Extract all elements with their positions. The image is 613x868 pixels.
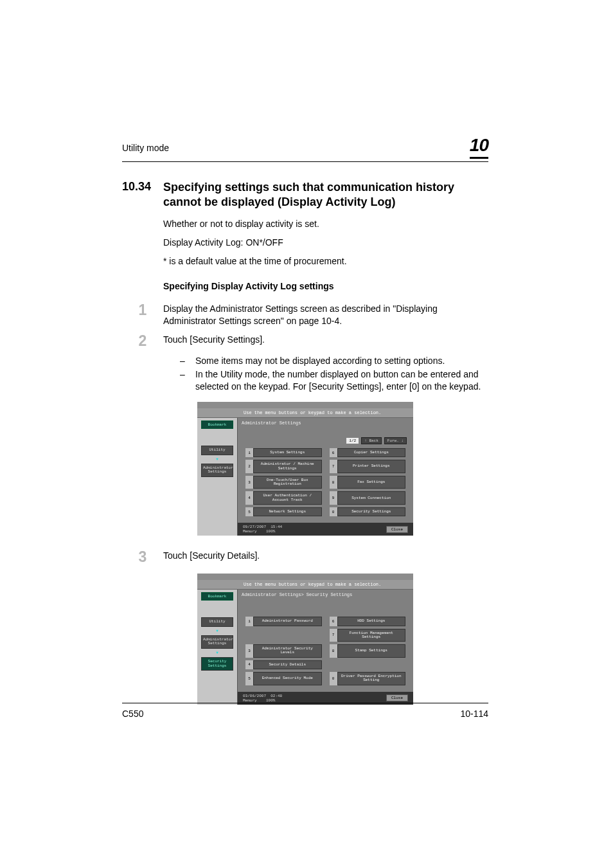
breadcrumb: Administrator Settings> Security Setting… (238, 590, 413, 615)
menu-item[interactable]: 6Copier Settings (330, 448, 406, 457)
intro-p2: Display Activity Log: ON*/OFF (163, 237, 488, 249)
menu-item[interactable]: 1Administrator Password (245, 617, 322, 626)
screenshot-1: Use the menu buttons or keypad to make a… (122, 402, 488, 536)
page-indicator: 1/2 (346, 438, 359, 444)
intro-p3: * is a default value at the time of proc… (163, 255, 488, 267)
heading-title: Specifying settings such that communicat… (163, 180, 488, 210)
step-2-bullet: – In the Utility mode, the number displa… (180, 368, 488, 393)
back-button[interactable]: ↑ Back (361, 437, 382, 444)
timestamp: 09/27/2007 15:44 Memory 100% (243, 525, 282, 534)
intro-p1: Whether or not to display activity is se… (163, 218, 488, 230)
close-button[interactable]: Close (386, 526, 408, 533)
forward-button[interactable]: Forw. ↓ (384, 437, 407, 444)
step-text: Touch [Security Details]. (163, 550, 488, 565)
menu-item[interactable]: 0Driver Password Encryption Setting (330, 672, 406, 685)
page-footer: C550 10-114 (122, 703, 488, 719)
sidebar-admin-settings[interactable]: Administrator Settings (201, 464, 233, 477)
menu-item[interactable]: 7Printer Settings (330, 460, 406, 473)
menu-item[interactable]: 5Network Settings (245, 507, 322, 516)
sidebar-utility[interactable]: Utility (201, 446, 233, 455)
step-1: 1 Display the Administrator Settings scr… (122, 303, 488, 327)
menu-item[interactable]: 4User Authentication / Account Track (245, 491, 322, 505)
step-number: 2 (122, 334, 163, 348)
step-text: Display the Administrator Settings scree… (163, 303, 488, 327)
section-name: Utility mode (122, 143, 169, 153)
screen-instruction: Use the menu buttons or keypad to make a… (197, 580, 413, 590)
sub-heading: Specifying Display Activity Log settings (163, 281, 488, 291)
close-button[interactable]: Close (386, 694, 408, 701)
menu-item[interactable]: 2Administrator / Machine Settings (245, 460, 322, 473)
chapter-number: 10 (470, 135, 488, 159)
sidebar-utility[interactable]: Utility (201, 617, 233, 627)
sidebar-admin-settings[interactable]: Administrator Settings (201, 635, 233, 649)
chevron-down-icon: ▼ (216, 651, 218, 655)
menu-item[interactable]: 8Stamp Settings (330, 644, 406, 658)
step-number: 1 (122, 303, 163, 327)
timestamp: 03/06/2007 02:48 Memory 100% (243, 694, 282, 703)
screenshot-2: Use the menu buttons or keypad to make a… (122, 574, 488, 704)
menu-item[interactable]: 3Administrator Security Levels (245, 644, 322, 658)
page-header: Utility mode 10 (122, 135, 488, 162)
menu-item[interactable]: 7Function Management Settings (330, 629, 406, 642)
bookmark-button[interactable]: Bookmark (201, 420, 233, 429)
bullet-text: Some items may not be displayed accordin… (195, 355, 445, 367)
heading-2: 10.34 Specifying settings such that comm… (122, 180, 488, 210)
menu-item[interactable]: 0Security Settings (330, 507, 406, 516)
menu-item[interactable]: 4Security Details (245, 660, 322, 669)
menu-item[interactable]: 1System Settings (245, 448, 322, 457)
chevron-down-icon: ▼ (216, 629, 218, 633)
sidebar-security-settings[interactable]: Security Settings (201, 657, 233, 671)
menu-item[interactable]: 8Fax Settings (330, 476, 406, 489)
menu-item[interactable]: 5Enhanced Security Mode (245, 672, 322, 685)
bullet-text: In the Utility mode, the number displaye… (195, 368, 488, 393)
step-text: Touch [Security Settings]. (163, 334, 488, 348)
menu-item[interactable]: 6HDD Settings (330, 617, 406, 626)
step-3: 3 Touch [Security Details]. (122, 550, 488, 565)
menu-item[interactable]: 9System Connection (330, 491, 406, 505)
screen-instruction: Use the menu buttons or keypad to make a… (197, 408, 413, 418)
model-name: C550 (122, 709, 143, 719)
step-number: 3 (122, 550, 163, 565)
step-2: 2 Touch [Security Settings]. (122, 334, 488, 348)
heading-number: 10.34 (122, 180, 163, 210)
breadcrumb: Administrator Settings (238, 418, 413, 437)
chevron-down-icon: ▼ (216, 457, 218, 462)
step-2-bullet: – Some items may not be displayed accord… (180, 355, 488, 367)
bookmark-button[interactable]: Bookmark (201, 592, 233, 601)
menu-item[interactable]: 3One-Touch/User Box Registration (245, 476, 322, 489)
page-number: 10-114 (460, 709, 488, 719)
